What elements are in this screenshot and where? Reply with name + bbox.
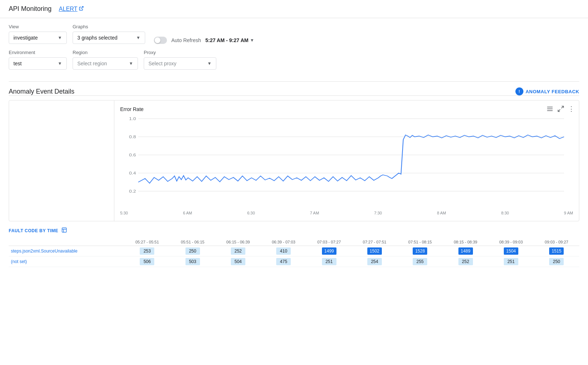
fault-cell: 251 xyxy=(488,257,534,267)
fault-cell: 1499 xyxy=(306,246,352,257)
controls-row-2: Environment test ▼ Region Select region … xyxy=(9,50,579,70)
svg-text:0.2: 0.2 xyxy=(129,189,136,193)
fault-cell: 252 xyxy=(215,246,261,257)
fault-cell: 1504 xyxy=(488,246,534,257)
environment-value: test xyxy=(13,61,22,66)
anomaly-feedback-button[interactable]: ! ANOMALY FEEDBACK xyxy=(515,87,579,95)
fault-cell: 252 xyxy=(443,257,488,267)
chart-main: Error Rate ⋮ xyxy=(114,101,579,221)
proxy-dropdown-arrow: ▼ xyxy=(207,61,212,66)
anomaly-title: Anomaly Event Details xyxy=(9,88,74,95)
fault-header: FAULT CODE BY TIME xyxy=(9,227,579,234)
view-value: investigate xyxy=(13,35,38,41)
chart-container: 1.0 0.8 0.6 0.4 0.2 xyxy=(120,115,573,209)
svg-line-4 xyxy=(562,106,564,108)
alert-link[interactable]: ALERT xyxy=(59,6,84,12)
region-dropdown[interactable]: Select region ▼ xyxy=(73,57,138,70)
col-0903-0927: 09:03 - 09:27 xyxy=(534,238,579,246)
proxy-dropdown[interactable]: Select proxy ▼ xyxy=(144,57,216,70)
fault-table-header-row: 05:27 - 05:51 05:51 - 06:15 06:15 - 06:3… xyxy=(9,238,579,246)
proxy-label: Proxy xyxy=(144,50,216,55)
region-dropdown-arrow: ▼ xyxy=(129,61,133,66)
x-label-730: 7:30 xyxy=(374,211,382,215)
chart-controls: ⋮ xyxy=(546,105,575,113)
fault-cell: 254 xyxy=(352,257,397,267)
auto-refresh-area: Auto Refresh 5:27 AM - 9:27 AM ▼ xyxy=(154,37,254,44)
x-label-830: 8:30 xyxy=(501,211,509,215)
view-label: View xyxy=(9,24,67,29)
col-name xyxy=(9,238,124,246)
col-0639-0703: 06:39 - 07:03 xyxy=(261,238,306,246)
fault-table-row: (not set)506503504475251254255252251250 xyxy=(9,257,579,267)
chart-x-labels: 5:30 6 AM 6:30 7 AM 7:30 8 AM 8:30 9 AM xyxy=(120,209,573,215)
graphs-label: Graphs xyxy=(73,24,145,29)
proxy-placeholder: Select proxy xyxy=(148,61,176,66)
feedback-label: ANOMALY FEEDBACK xyxy=(526,89,579,94)
svg-rect-16 xyxy=(62,228,66,232)
legend-icon[interactable] xyxy=(546,105,554,112)
col-0751-0815: 07:51 - 08:15 xyxy=(397,238,443,246)
environment-dropdown-arrow: ▼ xyxy=(58,61,62,66)
time-range-selector[interactable]: 5:27 AM - 9:27 AM ▼ xyxy=(205,37,254,43)
region-placeholder: Select region xyxy=(77,61,107,66)
time-range-value: 5:27 AM - 9:27 AM xyxy=(205,37,249,43)
fault-cell: 475 xyxy=(261,257,306,267)
fault-table-title: FAULT CODE BY TIME xyxy=(9,228,58,233)
col-0727-0751: 07:27 - 07:51 xyxy=(352,238,397,246)
x-label-630: 6:30 xyxy=(247,211,255,215)
proxy-control-group: Proxy Select proxy ▼ xyxy=(144,50,216,70)
fault-table-row: steps.json2xml.SourceUnavailable25325025… xyxy=(9,246,579,257)
svg-text:0.4: 0.4 xyxy=(129,171,136,175)
fault-cell: 504 xyxy=(215,257,261,267)
x-label-9am: 9 AM xyxy=(564,211,573,215)
graphs-dropdown[interactable]: 3 graphs selected ▼ xyxy=(73,32,145,44)
environment-control-group: Environment test ▼ xyxy=(9,50,67,70)
fault-row-name[interactable]: (not set) xyxy=(9,257,124,267)
controls-row-1: View investigate ▼ Graphs 3 graphs selec… xyxy=(9,24,579,44)
chart-area: Error Rate ⋮ xyxy=(9,100,579,221)
controls-section: View investigate ▼ Graphs 3 graphs selec… xyxy=(0,18,588,81)
fullscreen-icon[interactable] xyxy=(557,105,564,112)
region-control-group: Region Select region ▼ xyxy=(73,50,138,70)
col-0703-0727: 07:03 - 07:27 xyxy=(306,238,352,246)
x-label-6am: 6 AM xyxy=(183,211,192,215)
view-control-group: View investigate ▼ xyxy=(9,24,67,44)
fault-section: FAULT CODE BY TIME 05:27 - 05:51 05:51 -… xyxy=(9,227,579,267)
time-range-arrow: ▼ xyxy=(250,38,254,43)
chart-svg: 1.0 0.8 0.6 0.4 0.2 xyxy=(120,115,573,209)
fault-cell: 410 xyxy=(261,246,306,257)
environment-label: Environment xyxy=(9,50,67,55)
anomaly-section-header: Anomaly Event Details ! ANOMALY FEEDBACK xyxy=(0,82,588,95)
fault-cell: 255 xyxy=(397,257,443,267)
auto-refresh-toggle[interactable] xyxy=(154,37,167,44)
fault-cell: 251 xyxy=(306,257,352,267)
chart-sidebar xyxy=(9,101,114,221)
external-link-icon xyxy=(79,6,84,12)
fault-cell: 1528 xyxy=(397,246,443,257)
fault-cell: 250 xyxy=(534,257,579,267)
fault-table: 05:27 - 05:51 05:51 - 06:15 06:15 - 06:3… xyxy=(9,238,579,267)
fault-cell: 250 xyxy=(170,246,215,257)
view-dropdown[interactable]: investigate ▼ xyxy=(9,32,67,44)
region-label: Region xyxy=(73,50,138,55)
fault-cell: 503 xyxy=(170,257,215,267)
toggle-knob xyxy=(155,37,160,43)
x-label-530: 5:30 xyxy=(120,211,128,215)
col-0527-0551: 05:27 - 05:51 xyxy=(124,238,170,246)
x-label-7am: 7 AM xyxy=(310,211,319,215)
svg-text:0.8: 0.8 xyxy=(129,135,136,139)
fault-cell: 1489 xyxy=(443,246,488,257)
chart-title: Error Rate xyxy=(120,106,573,112)
export-icon[interactable] xyxy=(61,227,67,234)
page-header: API Monitoring ALERT xyxy=(0,0,588,18)
more-options-icon[interactable]: ⋮ xyxy=(568,105,575,113)
svg-text:0.6: 0.6 xyxy=(129,153,136,157)
fault-row-name[interactable]: steps.json2xml.SourceUnavailable xyxy=(9,246,124,257)
svg-text:1.0: 1.0 xyxy=(129,116,136,121)
graphs-dropdown-arrow: ▼ xyxy=(136,35,140,40)
graphs-control-group: Graphs 3 graphs selected ▼ xyxy=(73,24,145,44)
fault-cell: 1502 xyxy=(352,246,397,257)
col-0551-0615: 05:51 - 06:15 xyxy=(170,238,215,246)
environment-dropdown[interactable]: test ▼ xyxy=(9,57,67,70)
anomaly-section-divider xyxy=(9,95,579,96)
